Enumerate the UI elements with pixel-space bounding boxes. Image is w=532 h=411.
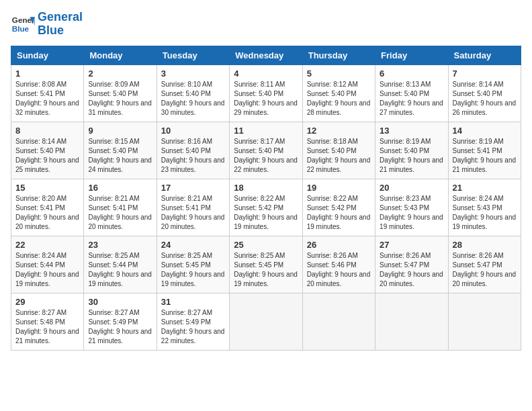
- calendar-day-cell: [448, 293, 521, 350]
- logo-text-line1: General: [38, 11, 83, 24]
- calendar-day-cell: 7Sunrise: 8:14 AMSunset: 5:40 PMDaylight…: [448, 64, 521, 122]
- day-detail: Sunrise: 8:25 AMSunset: 5:44 PMDaylight:…: [88, 251, 152, 289]
- header-tuesday: Tuesday: [157, 46, 229, 64]
- calendar-day-cell: [302, 293, 375, 350]
- day-number: 22: [15, 240, 79, 250]
- calendar-day-cell: 22Sunrise: 8:24 AMSunset: 5:44 PMDayligh…: [11, 236, 84, 293]
- calendar-day-cell: 25Sunrise: 8:25 AMSunset: 5:45 PMDayligh…: [230, 236, 302, 293]
- day-detail: Sunrise: 8:27 AMSunset: 5:49 PMDaylight:…: [88, 308, 152, 346]
- day-detail: Sunrise: 8:22 AMSunset: 5:42 PMDaylight:…: [234, 194, 298, 232]
- calendar-header-row: Sunday Monday Tuesday Wednesday Thursday…: [11, 46, 521, 64]
- calendar-day-cell: 16Sunrise: 8:21 AMSunset: 5:41 PMDayligh…: [84, 179, 157, 236]
- day-number: 27: [380, 240, 443, 250]
- calendar-day-cell: 14Sunrise: 8:19 AMSunset: 5:41 PMDayligh…: [448, 122, 521, 179]
- day-detail: Sunrise: 8:27 AMSunset: 5:49 PMDaylight:…: [161, 308, 225, 346]
- calendar-day-cell: 2Sunrise: 8:09 AMSunset: 5:40 PMDaylight…: [84, 64, 157, 122]
- calendar-day-cell: 4Sunrise: 8:11 AMSunset: 5:40 PMDaylight…: [230, 64, 302, 122]
- day-number: 9: [88, 126, 152, 136]
- day-detail: Sunrise: 8:19 AMSunset: 5:41 PMDaylight:…: [453, 137, 517, 175]
- calendar-day-cell: 5Sunrise: 8:12 AMSunset: 5:40 PMDaylight…: [302, 64, 375, 122]
- calendar-week-row: 8Sunrise: 8:14 AMSunset: 5:40 PMDaylight…: [11, 122, 521, 179]
- day-number: 4: [234, 68, 298, 79]
- day-number: 30: [88, 297, 152, 307]
- calendar-table: Sunday Monday Tuesday Wednesday Thursday…: [11, 46, 521, 351]
- day-detail: Sunrise: 8:22 AMSunset: 5:42 PMDaylight:…: [307, 194, 371, 232]
- calendar-week-row: 22Sunrise: 8:24 AMSunset: 5:44 PMDayligh…: [11, 236, 521, 293]
- calendar-day-cell: 28Sunrise: 8:26 AMSunset: 5:47 PMDayligh…: [448, 236, 521, 293]
- day-number: 21: [453, 183, 517, 193]
- day-detail: Sunrise: 8:12 AMSunset: 5:40 PMDaylight:…: [307, 80, 371, 118]
- calendar-day-cell: 20Sunrise: 8:23 AMSunset: 5:43 PMDayligh…: [375, 179, 448, 236]
- calendar-day-cell: [375, 293, 448, 350]
- day-number: 16: [88, 183, 152, 193]
- calendar-day-cell: 31Sunrise: 8:27 AMSunset: 5:49 PMDayligh…: [157, 293, 229, 350]
- header-wednesday: Wednesday: [230, 46, 302, 64]
- calendar-day-cell: 12Sunrise: 8:18 AMSunset: 5:40 PMDayligh…: [302, 122, 375, 179]
- calendar-day-cell: 3Sunrise: 8:10 AMSunset: 5:40 PMDaylight…: [157, 64, 229, 122]
- day-detail: Sunrise: 8:19 AMSunset: 5:40 PMDaylight:…: [380, 137, 443, 175]
- day-number: 3: [161, 68, 225, 79]
- day-detail: Sunrise: 8:10 AMSunset: 5:40 PMDaylight:…: [161, 80, 225, 118]
- day-number: 8: [15, 126, 79, 136]
- header-thursday: Thursday: [302, 46, 375, 64]
- calendar-day-cell: 23Sunrise: 8:25 AMSunset: 5:44 PMDayligh…: [84, 236, 157, 293]
- header-sunday: Sunday: [11, 46, 84, 64]
- day-detail: Sunrise: 8:26 AMSunset: 5:46 PMDaylight:…: [307, 251, 371, 289]
- header-monday: Monday: [84, 46, 157, 64]
- day-number: 10: [161, 126, 225, 136]
- day-detail: Sunrise: 8:13 AMSunset: 5:40 PMDaylight:…: [380, 80, 443, 118]
- calendar-day-cell: 8Sunrise: 8:14 AMSunset: 5:40 PMDaylight…: [11, 122, 84, 179]
- day-detail: Sunrise: 8:26 AMSunset: 5:47 PMDaylight:…: [380, 251, 443, 289]
- day-number: 7: [453, 68, 517, 79]
- header-saturday: Saturday: [448, 46, 521, 64]
- svg-text:Blue: Blue: [12, 24, 30, 33]
- logo: General Blue General Blue: [11, 11, 83, 38]
- calendar-day-cell: 17Sunrise: 8:21 AMSunset: 5:41 PMDayligh…: [157, 179, 229, 236]
- day-detail: Sunrise: 8:14 AMSunset: 5:40 PMDaylight:…: [15, 137, 79, 175]
- day-detail: Sunrise: 8:17 AMSunset: 5:40 PMDaylight:…: [234, 137, 298, 175]
- day-detail: Sunrise: 8:23 AMSunset: 5:43 PMDaylight:…: [380, 194, 443, 232]
- day-detail: Sunrise: 8:24 AMSunset: 5:43 PMDaylight:…: [453, 194, 517, 232]
- calendar-day-cell: [230, 293, 302, 350]
- calendar-day-cell: 15Sunrise: 8:20 AMSunset: 5:41 PMDayligh…: [11, 179, 84, 236]
- day-number: 19: [307, 183, 371, 193]
- day-number: 18: [234, 183, 298, 193]
- calendar-day-cell: 26Sunrise: 8:26 AMSunset: 5:46 PMDayligh…: [302, 236, 375, 293]
- day-detail: Sunrise: 8:18 AMSunset: 5:40 PMDaylight:…: [307, 137, 371, 175]
- calendar-day-cell: 21Sunrise: 8:24 AMSunset: 5:43 PMDayligh…: [448, 179, 521, 236]
- calendar-day-cell: 10Sunrise: 8:16 AMSunset: 5:40 PMDayligh…: [157, 122, 229, 179]
- day-number: 15: [15, 183, 79, 193]
- header-friday: Friday: [375, 46, 448, 64]
- day-number: 14: [453, 126, 517, 136]
- day-detail: Sunrise: 8:09 AMSunset: 5:40 PMDaylight:…: [88, 80, 152, 118]
- calendar-day-cell: 11Sunrise: 8:17 AMSunset: 5:40 PMDayligh…: [230, 122, 302, 179]
- calendar-day-cell: 30Sunrise: 8:27 AMSunset: 5:49 PMDayligh…: [84, 293, 157, 350]
- logo-icon: General Blue: [11, 12, 35, 36]
- logo-text-line2: Blue: [38, 24, 83, 38]
- day-number: 5: [307, 68, 371, 79]
- day-detail: Sunrise: 8:25 AMSunset: 5:45 PMDaylight:…: [234, 251, 298, 289]
- day-detail: Sunrise: 8:16 AMSunset: 5:40 PMDaylight:…: [161, 137, 225, 175]
- day-detail: Sunrise: 8:26 AMSunset: 5:47 PMDaylight:…: [453, 251, 517, 289]
- day-number: 12: [307, 126, 371, 136]
- page-header: General Blue General Blue: [11, 11, 521, 38]
- calendar-day-cell: 13Sunrise: 8:19 AMSunset: 5:40 PMDayligh…: [375, 122, 448, 179]
- calendar-week-row: 15Sunrise: 8:20 AMSunset: 5:41 PMDayligh…: [11, 179, 521, 236]
- calendar-day-cell: 27Sunrise: 8:26 AMSunset: 5:47 PMDayligh…: [375, 236, 448, 293]
- calendar-day-cell: 6Sunrise: 8:13 AMSunset: 5:40 PMDaylight…: [375, 64, 448, 122]
- calendar-day-cell: 1Sunrise: 8:08 AMSunset: 5:41 PMDaylight…: [11, 64, 84, 122]
- day-number: 6: [380, 68, 443, 79]
- day-detail: Sunrise: 8:21 AMSunset: 5:41 PMDaylight:…: [161, 194, 225, 232]
- calendar-day-cell: 29Sunrise: 8:27 AMSunset: 5:48 PMDayligh…: [11, 293, 84, 350]
- day-number: 17: [161, 183, 225, 193]
- day-number: 13: [380, 126, 443, 136]
- day-number: 31: [161, 297, 225, 307]
- day-detail: Sunrise: 8:20 AMSunset: 5:41 PMDaylight:…: [15, 194, 79, 232]
- day-number: 26: [307, 240, 371, 250]
- calendar-day-cell: 18Sunrise: 8:22 AMSunset: 5:42 PMDayligh…: [230, 179, 302, 236]
- day-detail: Sunrise: 8:11 AMSunset: 5:40 PMDaylight:…: [234, 80, 298, 118]
- day-number: 29: [15, 297, 79, 307]
- day-detail: Sunrise: 8:27 AMSunset: 5:48 PMDaylight:…: [15, 308, 79, 346]
- day-number: 2: [88, 68, 152, 79]
- day-number: 24: [161, 240, 225, 250]
